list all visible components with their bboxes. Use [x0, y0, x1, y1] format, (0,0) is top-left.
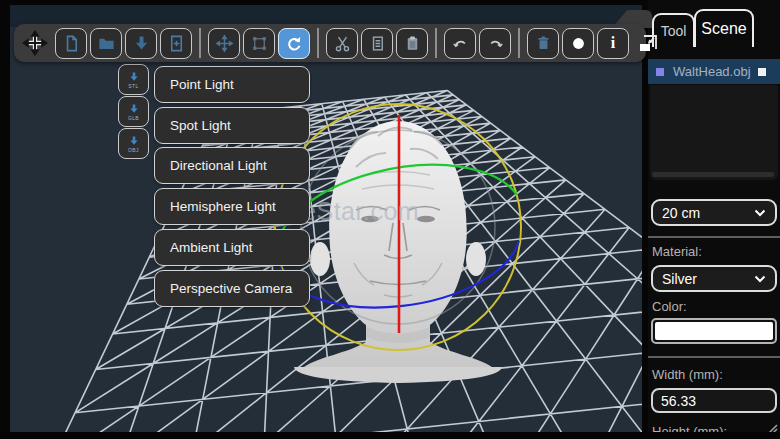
menu-item-perspective-camera[interactable]: Perspective Camera: [154, 270, 310, 307]
menu-item-point-light[interactable]: Point Light: [154, 66, 310, 103]
menu-item-hemisphere-light[interactable]: Hemisphere Light: [154, 188, 310, 225]
copy-button[interactable]: [361, 28, 393, 59]
toolbar-separator: [518, 28, 520, 58]
scissors-icon: [333, 34, 352, 53]
color-value-swatch: [655, 322, 773, 340]
divider: [648, 236, 780, 238]
export-glb-button[interactable]: GLB: [118, 96, 149, 127]
move-arrows-icon: [215, 34, 234, 53]
record-button[interactable]: [562, 28, 594, 59]
main-toolbar: i: [14, 24, 646, 62]
menu-item-ambient-light[interactable]: Ambient Light: [154, 229, 310, 266]
right-panel: Tool Scene WaltHead.obj 20 cm Material: …: [648, 0, 780, 439]
info-button[interactable]: i: [597, 28, 629, 59]
app-window: UpdateStar.com: [0, 0, 780, 439]
export-obj-button[interactable]: OBJ: [118, 128, 149, 159]
width-input[interactable]: [651, 388, 777, 413]
document-icon: [62, 34, 81, 53]
width-label: Width (mm):: [652, 367, 723, 382]
color-label: Color:: [652, 299, 687, 314]
scene-list-scrollbar[interactable]: [652, 172, 774, 177]
object-color-swatch-icon: [656, 68, 664, 76]
transform-box-icon: [250, 34, 269, 53]
rotate-ccw-icon: [285, 34, 304, 53]
circle-icon: [569, 34, 588, 53]
copy-icon: [368, 34, 387, 53]
cut-button[interactable]: [326, 28, 358, 59]
window-bottom-bar: [0, 432, 780, 439]
tab-scene[interactable]: Scene: [694, 9, 754, 47]
info-icon: i: [611, 34, 615, 52]
translate-tool-button[interactable]: [208, 28, 240, 59]
undo-button[interactable]: [444, 28, 476, 59]
collapse-button[interactable]: [632, 28, 664, 59]
undo-arrow-icon: [451, 34, 470, 53]
clipboard-icon: [403, 34, 422, 53]
download-arrow-icon: [128, 71, 140, 83]
material-select[interactable]: Silver: [651, 265, 777, 292]
download-arrow-icon: [128, 103, 140, 115]
visibility-toggle-icon[interactable]: [758, 68, 766, 76]
download-arrow-icon: [128, 135, 140, 147]
download-arrow-icon: [132, 34, 151, 53]
watermark: UpdateStar.com: [10, 197, 642, 226]
trash-icon: [534, 34, 553, 53]
rotate-tool-button[interactable]: [278, 28, 310, 59]
toolbar-separator: [317, 28, 319, 58]
scale-tool-button[interactable]: [243, 28, 275, 59]
redo-button[interactable]: [479, 28, 511, 59]
divider: [648, 356, 780, 358]
toolbar-drag-handle[interactable]: [18, 26, 52, 60]
new-file-button[interactable]: [55, 28, 87, 59]
menu-item-directional-light[interactable]: Directional Light: [154, 147, 310, 184]
scene-item-walthead[interactable]: WaltHead.obj: [648, 59, 780, 84]
menu-item-spot-light[interactable]: Spot Light: [154, 107, 310, 144]
export-stl-button[interactable]: STL: [118, 64, 149, 95]
material-label: Material:: [652, 244, 702, 259]
move-cross-icon: [22, 30, 48, 56]
size-select[interactable]: 20 cm: [651, 199, 777, 226]
toolbar-separator: [435, 28, 437, 58]
paste-button[interactable]: [396, 28, 428, 59]
delete-button[interactable]: [527, 28, 559, 59]
3d-viewport[interactable]: UpdateStar.com: [10, 27, 642, 432]
scene-list[interactable]: [650, 85, 778, 180]
import-button[interactable]: [125, 28, 157, 59]
folder-icon: [97, 34, 116, 53]
chevron-down-icon: [754, 209, 766, 217]
chevron-down-icon: [754, 275, 766, 283]
collapse-corner-icon: [636, 31, 660, 55]
color-picker[interactable]: [651, 318, 777, 344]
toolbar-separator: [199, 28, 201, 58]
add-object-button[interactable]: [160, 28, 192, 59]
viewport-canvas: [10, 27, 642, 432]
document-plus-icon: [167, 34, 186, 53]
open-file-button[interactable]: [90, 28, 122, 59]
redo-arrow-icon: [486, 34, 505, 53]
